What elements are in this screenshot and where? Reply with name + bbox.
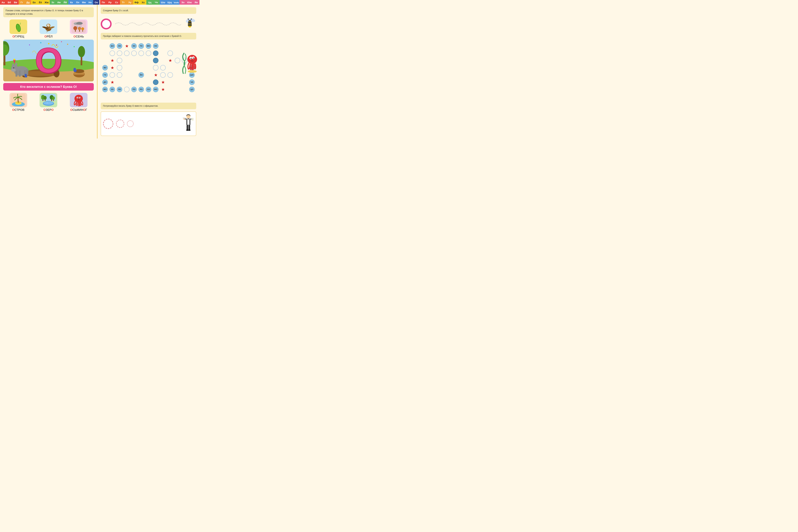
svg-point-117: [183, 118, 185, 120]
alphabet-right: Пп Рр Сс Тт Уу Фф Хх Цц Чч Шш Щщ ъыь Ээ …: [100, 0, 200, 5]
maze-cell-r5c8: ★: [159, 79, 166, 86]
maze-cell-r6c5: РО: [138, 86, 145, 93]
maze-cell-r1c4: [131, 50, 137, 57]
maze-cell-r1c0: [102, 50, 109, 57]
maze-cell-r3c4: [131, 64, 137, 71]
maze-cell-r0c5: ТО: [138, 43, 145, 50]
card-orel: ОРЁЛ: [40, 19, 57, 38]
maze-cell-r6c1: ЗО: [109, 86, 116, 93]
maze-cell-r6c7: ФО: [152, 86, 159, 93]
banner-text: Кто веселится с осликом? Буква О!: [20, 85, 77, 89]
svg-rect-120: [187, 125, 188, 130]
maze-cell-r7c4: [131, 93, 137, 100]
maze-cell-r3c7: [152, 64, 159, 71]
alpha-cell-ii: Ии: [56, 0, 62, 5]
svg-point-94: [188, 20, 191, 23]
alpha-cell-ch: Чч: [153, 0, 160, 5]
maze-cell-r1c2: [116, 50, 123, 57]
svg-point-86: [77, 98, 78, 98]
alpha-cell-ee2: Ээ: [179, 0, 186, 5]
alpha-cell-ss: Сс: [113, 0, 120, 5]
top-image-row: ОГУРЕЦ: [3, 19, 94, 38]
maze-cell-r1c7: [152, 50, 159, 57]
alpha-cell-tt: Тт: [120, 0, 127, 5]
svg-point-49: [78, 46, 85, 57]
maze-cell-r0c8: [159, 43, 166, 50]
alpha-cell-mm: Мм: [81, 0, 87, 5]
maze-cell-r2c8: [159, 57, 166, 64]
maze-cell-r3c5: [138, 64, 145, 71]
maze-cell-r2c7: [152, 57, 159, 64]
left-instruction-text: Покажи слова, которые начинаются с буквы…: [5, 9, 83, 15]
bee-image: [183, 17, 196, 31]
maze-cell-r2c2: [116, 57, 123, 64]
maze-cell-r7c2: [116, 93, 123, 100]
writing-section: Потренируйся писать букву О вместе с офи…: [101, 103, 196, 136]
svg-point-98: [190, 21, 191, 22]
maze-cell-r4c9: [167, 72, 174, 78]
alpha-cell-ee: Ее: [31, 0, 37, 5]
svg-point-42: [11, 69, 16, 72]
maze-cell-r4c3: [124, 72, 130, 78]
maze-cell-r3c6: [145, 64, 152, 71]
alpha-cell-ff: Фф: [133, 0, 140, 5]
maze-cell-r3c0-vo: ВО: [102, 64, 109, 71]
maze-cell-r4c5-yo: ЙО: [138, 72, 145, 78]
svg-point-54: [74, 68, 76, 71]
alpha-cell-zz: Зз: [50, 0, 56, 5]
alpha-cell-cc: Цц: [146, 0, 153, 5]
maze-cell-r1c6: [145, 50, 152, 57]
word-osminog: ОСЬМИНОГ: [70, 108, 87, 112]
maze-cell-r4c1: [109, 72, 116, 78]
svg-point-97: [189, 21, 189, 22]
maze-cell-r6c4: ПО: [131, 86, 137, 93]
maze-instruction: Пройди лабиринт и помоги осьминогу прочи…: [101, 33, 196, 39]
writing-area: [101, 112, 196, 136]
alpha-cell-yu: Юю: [186, 0, 193, 5]
maze-cell-r3c3: [124, 64, 130, 71]
maze-cell-r7c5: [138, 93, 145, 100]
trace-o-3: [127, 120, 134, 127]
maze-cell-r5c7: [152, 79, 159, 86]
maze-cell-r5c5: [138, 79, 145, 86]
alpha-cell-uu: Уу: [127, 0, 133, 5]
maze-cell-r5c12-cho: ЧО: [189, 79, 195, 86]
connect-path: [114, 21, 182, 27]
maze-cell-r0c2: ХО: [116, 43, 123, 50]
svg-point-12: [76, 22, 83, 25]
alpha-cell-hh: Хх: [140, 0, 146, 5]
maze-cell-r0c10: [174, 43, 181, 50]
maze-container: БО ХО ★ КО ТО МО: [101, 42, 196, 101]
trace-o-1: [103, 118, 113, 129]
alpha-cell-ll: Лл: [75, 0, 81, 5]
svg-point-109: [191, 58, 192, 59]
maze-cell-r7c10: [174, 93, 181, 100]
svg-rect-119: [183, 118, 186, 118]
maze-cell-r0c9: [167, 43, 174, 50]
maze-cell-r2c0: [102, 57, 109, 64]
maze-cell-r1c9: [167, 50, 174, 57]
word-ozero: ОЗЕРО: [43, 108, 54, 112]
svg-point-46: [14, 59, 15, 60]
svg-point-19: [73, 26, 77, 30]
maze-cell-r6c3: [124, 86, 130, 93]
maze-cell-r2c9: ★: [167, 57, 174, 64]
svg-point-111: [188, 70, 197, 73]
maze-cell-r7c11: [181, 93, 188, 100]
alpha-cell-yo: Ёё: [37, 0, 43, 5]
alpha-cell-sh: Шш: [160, 0, 166, 5]
maze-cell-r3c10: [174, 64, 181, 71]
card-ozero: ОЗЕРО: [40, 93, 57, 112]
maze-cell-r5c11: [181, 79, 188, 86]
writing-instruction-text: Потренируйся писать букву О вместе с офи…: [103, 104, 158, 107]
maze-cell-r4c6: [145, 72, 152, 78]
svg-rect-37: [16, 70, 18, 77]
card-osminog: ОСЬМИНОГ: [70, 93, 88, 112]
maze-cell-r7c8: [159, 93, 166, 100]
maze-cell-r7c9: [167, 93, 174, 100]
maze-cell-r3c2: [116, 64, 123, 71]
maze-cell-r7c3: [124, 93, 130, 100]
maze-cell-r4c10: [174, 72, 181, 78]
svg-point-9: [49, 25, 49, 25]
svg-point-73: [43, 96, 46, 100]
